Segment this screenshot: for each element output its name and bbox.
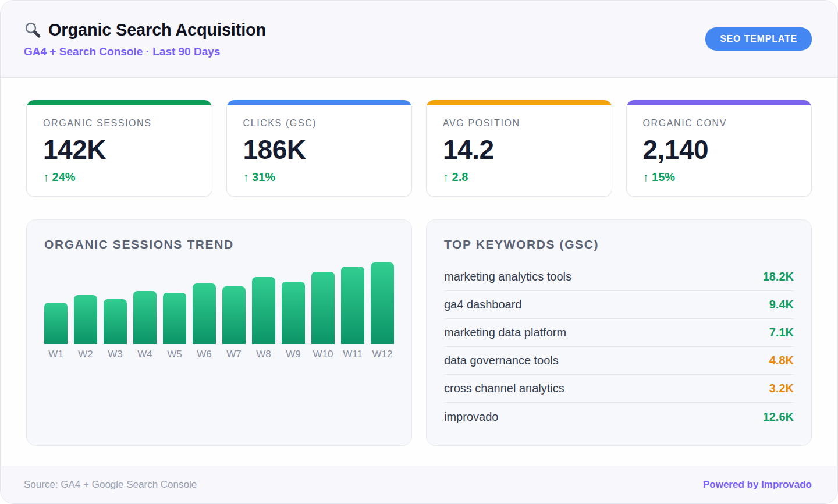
- bar: [193, 283, 216, 344]
- bar-column: [222, 262, 246, 344]
- bar: [104, 299, 127, 344]
- kpi-accent-strip: [427, 100, 612, 105]
- bar: [163, 293, 186, 344]
- bar-x-label: W9: [282, 349, 305, 360]
- bar: [371, 262, 394, 344]
- bar-column: [104, 262, 127, 344]
- kpi-accent-strip: [627, 100, 812, 105]
- kpi-value: 14.2: [443, 134, 595, 165]
- kpi-label: ORGANIC SESSIONS: [43, 118, 196, 129]
- bar-column: [44, 262, 68, 344]
- bar: [74, 295, 97, 344]
- header: Organic Search Acquisition GA4 + Search …: [1, 1, 837, 78]
- keyword-row: data governance tools4.8K: [444, 347, 794, 375]
- kpi-card: CLICKS (GSC)186K↑ 31%: [226, 100, 413, 197]
- bar-x-label: W2: [74, 349, 97, 360]
- keywords-panel-title: TOP KEYWORDS (GSC): [444, 237, 794, 251]
- keyword-term: data governance tools: [444, 354, 559, 367]
- keywords-list: marketing analytics tools18.2Kga4 dashbo…: [444, 263, 794, 431]
- keyword-row: marketing data platform7.1K: [444, 319, 794, 347]
- kpi-accent-strip: [227, 100, 412, 105]
- kpi-card: ORGANIC SESSIONS142K↑ 24%: [26, 100, 212, 197]
- sessions-bar-chart-labels: W1W2W3W4W5W6W7W8W9W10W11W12: [44, 349, 394, 360]
- kpi-label: ORGANIC CONV: [643, 118, 796, 129]
- powered-by-link[interactable]: Powered by Improvado: [703, 479, 812, 491]
- search-icon: [24, 21, 41, 38]
- bar-x-label: W10: [311, 349, 335, 360]
- kpi-label: CLICKS (GSC): [243, 118, 396, 129]
- header-subtitle: GA4 + Search Console · Last 90 Days: [24, 45, 266, 58]
- keyword-clicks: 7.1K: [769, 326, 794, 339]
- keyword-row: marketing analytics tools18.2K: [444, 263, 794, 291]
- keyword-row: cross channel analytics3.2K: [444, 375, 794, 403]
- bar-column: [193, 262, 216, 344]
- bar-x-label: W7: [222, 349, 246, 360]
- keyword-term: marketing analytics tools: [444, 270, 571, 283]
- sessions-trend-panel: ORGANIC SESSIONS TREND W1W2W3W4W5W6W7W8W…: [26, 219, 412, 446]
- keyword-term: ga4 dashboard: [444, 298, 521, 311]
- bar-column: [133, 262, 157, 344]
- bar: [222, 286, 246, 344]
- bar-column: [371, 262, 394, 344]
- sessions-bar-chart: [44, 262, 394, 344]
- kpi-delta: ↑ 31%: [243, 171, 396, 184]
- kpi-value: 186K: [243, 134, 396, 165]
- kpi-delta: ↑ 2.8: [443, 171, 595, 184]
- footer: Source: GA4 + Google Search Console Powe…: [1, 466, 837, 503]
- page-title: Organic Search Acquisition: [48, 20, 266, 40]
- seo-template-button[interactable]: SEO TEMPLATE: [705, 27, 812, 51]
- kpi-accent-strip: [27, 100, 212, 105]
- kpi-card: ORGANIC CONV2,140↑ 15%: [626, 100, 812, 197]
- keyword-clicks: 4.8K: [769, 354, 794, 367]
- keyword-term: improvado: [444, 410, 498, 424]
- keyword-clicks: 3.2K: [769, 382, 794, 395]
- keyword-term: cross channel analytics: [444, 382, 564, 395]
- bar: [341, 267, 364, 344]
- bar-x-label: W5: [163, 349, 186, 360]
- header-left: Organic Search Acquisition GA4 + Search …: [24, 20, 266, 58]
- bar-x-label: W6: [193, 349, 216, 360]
- keyword-term: marketing data platform: [444, 326, 566, 339]
- keyword-clicks: 12.6K: [763, 410, 794, 424]
- bar-column: [74, 262, 97, 344]
- dashboard-frame: Organic Search Acquisition GA4 + Search …: [0, 0, 838, 504]
- main-content: ORGANIC SESSIONS142K↑ 24%CLICKS (GSC)186…: [1, 78, 837, 466]
- kpi-card: AVG POSITION14.2↑ 2.8: [426, 100, 612, 197]
- bar: [44, 303, 68, 344]
- panels-row: ORGANIC SESSIONS TREND W1W2W3W4W5W6W7W8W…: [26, 219, 812, 446]
- bar-column: [163, 262, 186, 344]
- source-note: Source: GA4 + Google Search Console: [24, 479, 197, 491]
- bar-x-label: W3: [104, 349, 127, 360]
- kpi-row: ORGANIC SESSIONS142K↑ 24%CLICKS (GSC)186…: [26, 100, 812, 197]
- bar-x-label: W1: [44, 349, 68, 360]
- keyword-row: ga4 dashboard9.4K: [444, 291, 794, 319]
- bar-x-label: W8: [252, 349, 275, 360]
- bar-x-label: W4: [133, 349, 157, 360]
- bar-column: [341, 262, 364, 344]
- keyword-row: improvado12.6K: [444, 403, 794, 431]
- bar: [252, 277, 275, 344]
- bar: [282, 282, 305, 344]
- kpi-delta: ↑ 15%: [643, 171, 796, 184]
- bar-x-label: W12: [371, 349, 394, 360]
- top-keywords-panel: TOP KEYWORDS (GSC) marketing analytics t…: [426, 219, 812, 446]
- kpi-label: AVG POSITION: [443, 118, 595, 129]
- keyword-clicks: 9.4K: [769, 298, 794, 311]
- bar-column: [252, 262, 275, 344]
- kpi-value: 142K: [43, 134, 196, 165]
- bar-column: [282, 262, 305, 344]
- bar: [133, 291, 157, 344]
- bar: [311, 272, 335, 344]
- bar-x-label: W11: [341, 349, 364, 360]
- trend-panel-title: ORGANIC SESSIONS TREND: [44, 237, 394, 251]
- kpi-delta: ↑ 24%: [43, 171, 196, 184]
- bar-column: [311, 262, 335, 344]
- keyword-clicks: 18.2K: [763, 270, 794, 283]
- kpi-value: 2,140: [643, 134, 796, 165]
